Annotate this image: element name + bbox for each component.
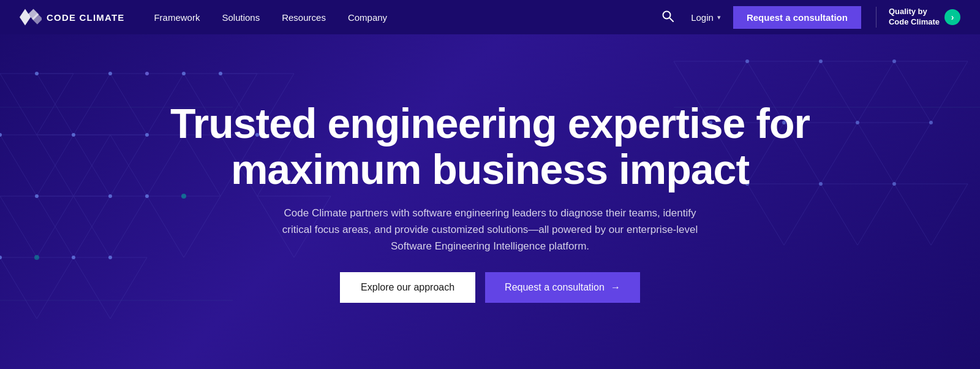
hero-title: Trusted engineering expertise for maximu… [123, 101, 858, 192]
navbar: CODE CLIMATE Framework Solutions Resourc… [0, 0, 980, 34]
quality-badge[interactable]: Quality byCode Climate › [876, 7, 960, 28]
nav-link-framework[interactable]: Framework [154, 12, 200, 23]
hero-content: Trusted engineering expertise for maximu… [0, 34, 980, 369]
nav-link-resources[interactable]: Resources [282, 12, 326, 23]
chevron-down-icon: ▾ [717, 13, 721, 21]
nav-right: Login ▾ Request a consultation Quality b… [662, 6, 960, 29]
svg-marker-59 [20, 9, 31, 26]
quality-text: Quality byCode Climate [889, 7, 940, 28]
quality-arrow-icon: › [944, 9, 960, 25]
logo[interactable]: CODE CLIMATE [20, 9, 124, 26]
nav-link-company[interactable]: Company [348, 12, 387, 23]
hero-section: CODE CLIMATE Framework Solutions Resourc… [0, 0, 980, 369]
btn-consult-label: Request a consultation [505, 282, 605, 293]
hero-buttons: Explore our approach Request a consultat… [340, 272, 640, 303]
explore-approach-button[interactable]: Explore our approach [340, 272, 475, 303]
logo-icon [20, 9, 42, 26]
svg-line-63 [669, 18, 673, 21]
logo-text: CODE CLIMATE [47, 12, 124, 23]
login-label: Login [691, 12, 714, 23]
hero-subtitle: Code Climate partners with software engi… [282, 205, 698, 255]
login-button[interactable]: Login ▾ [691, 12, 721, 23]
arrow-right-icon: → [611, 282, 620, 293]
nav-links: Framework Solutions Resources Company [154, 12, 662, 23]
request-consultation-button-nav[interactable]: Request a consultation [733, 6, 861, 29]
search-icon[interactable] [662, 10, 674, 25]
request-consultation-button-hero[interactable]: Request a consultation → [485, 272, 640, 303]
nav-link-solutions[interactable]: Solutions [222, 12, 260, 23]
